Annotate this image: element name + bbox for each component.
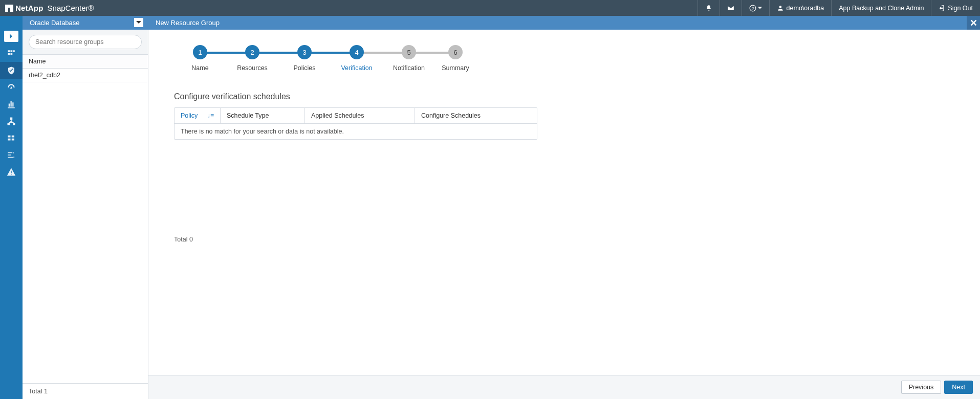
topology-icon bbox=[7, 117, 16, 126]
nav-resources[interactable] bbox=[0, 62, 23, 79]
schedule-empty-message: There is no match for your search or dat… bbox=[175, 123, 537, 139]
context-bar: Oracle Database New Resource Group ✕ bbox=[0, 16, 980, 30]
messages-button[interactable] bbox=[720, 0, 742, 16]
step-verification[interactable]: 4 Verification bbox=[331, 45, 383, 72]
warning-icon bbox=[7, 167, 16, 176]
verification-schedule-table: Policy ↓≡ Schedule Type Applied Schedule… bbox=[174, 107, 537, 140]
next-button[interactable]: Next bbox=[944, 381, 973, 394]
shield-check-icon bbox=[7, 66, 16, 75]
resource-column-header[interactable]: Name bbox=[23, 54, 148, 69]
netapp-logo-icon bbox=[5, 5, 13, 12]
close-wizard-button[interactable]: ✕ bbox=[967, 16, 980, 30]
mail-icon bbox=[727, 5, 734, 12]
step-resources[interactable]: 2 Resources bbox=[226, 45, 278, 72]
nav-reports[interactable] bbox=[0, 96, 23, 113]
user-icon bbox=[777, 5, 784, 12]
nav-hosts[interactable] bbox=[0, 113, 23, 129]
wizard-title: New Resource Group bbox=[148, 16, 967, 30]
col-applied-schedules[interactable]: Applied Schedules bbox=[305, 108, 415, 123]
step-name[interactable]: 1 Name bbox=[174, 45, 226, 72]
resource-total: Total 1 bbox=[23, 383, 148, 399]
verification-section-title: Configure verification schedules bbox=[174, 92, 954, 101]
context-db-selector: Oracle Database bbox=[23, 16, 148, 30]
resource-panel: Name rhel2_cdb2 Total 1 bbox=[23, 30, 148, 399]
resource-row[interactable]: rhel2_cdb2 bbox=[23, 69, 148, 82]
schedule-total: Total 0 bbox=[174, 236, 954, 243]
resource-search-wrap bbox=[23, 30, 148, 54]
brand: NetApp SnapCenter® bbox=[5, 4, 94, 12]
side-nav-rail bbox=[0, 30, 23, 399]
step-notification[interactable]: 5 Notification bbox=[383, 45, 435, 72]
chevron-right-icon bbox=[9, 34, 14, 39]
help-button[interactable]: ? bbox=[742, 0, 769, 16]
grid-icon bbox=[7, 49, 16, 58]
sort-asc-icon[interactable]: ↓≡ bbox=[207, 112, 214, 119]
topbar: NetApp SnapCenter® ? demo\oradba App Bac… bbox=[0, 0, 980, 16]
brand-product: SnapCenter® bbox=[48, 4, 94, 12]
wizard-footer: Previous Next bbox=[148, 375, 980, 399]
resource-search-input[interactable] bbox=[29, 35, 142, 49]
svg-text:?: ? bbox=[751, 6, 753, 10]
notifications-button[interactable] bbox=[698, 0, 720, 16]
nav-storage[interactable] bbox=[0, 129, 23, 146]
step-policies[interactable]: 3 Policies bbox=[278, 45, 331, 72]
nav-settings[interactable] bbox=[0, 146, 23, 163]
db-type-dropdown[interactable] bbox=[134, 18, 143, 27]
close-icon: ✕ bbox=[970, 17, 977, 29]
bell-icon bbox=[705, 5, 712, 12]
role-label[interactable]: App Backup and Clone Admin bbox=[831, 0, 931, 16]
col-configure-schedules[interactable]: Configure Schedules bbox=[415, 108, 537, 123]
schedule-table-header: Policy ↓≡ Schedule Type Applied Schedule… bbox=[175, 108, 537, 123]
gauge-icon bbox=[7, 83, 16, 92]
sliders-icon bbox=[7, 150, 16, 160]
chevron-down-icon bbox=[758, 6, 762, 10]
wizard-main: 1 Name 2 Resources 3 Policies 4 bbox=[148, 30, 980, 399]
topbar-actions: ? demo\oradba App Backup and Clone Admin… bbox=[698, 0, 980, 16]
nav-alerts[interactable] bbox=[0, 163, 23, 180]
previous-button[interactable]: Previous bbox=[901, 381, 942, 394]
chevron-down-icon bbox=[136, 20, 141, 25]
signout-button[interactable]: Sign Out bbox=[931, 0, 980, 16]
brand-company: NetApp bbox=[15, 4, 43, 12]
nav-monitor[interactable] bbox=[0, 79, 23, 96]
user-label: demo\oradba bbox=[787, 5, 824, 12]
nav-expand-button[interactable] bbox=[4, 31, 18, 42]
context-db-label: Oracle Database bbox=[30, 19, 80, 27]
col-policy[interactable]: Policy ↓≡ bbox=[175, 108, 221, 123]
blocks-icon bbox=[7, 134, 16, 143]
help-icon: ? bbox=[749, 5, 756, 12]
chart-icon bbox=[7, 100, 16, 109]
nav-dashboard[interactable] bbox=[0, 45, 23, 62]
wizard-stepper: 1 Name 2 Resources 3 Policies 4 bbox=[174, 45, 954, 72]
user-menu[interactable]: demo\oradba bbox=[769, 0, 832, 16]
step-summary[interactable]: 6 Summary bbox=[435, 45, 476, 72]
signout-icon bbox=[939, 5, 946, 12]
col-schedule-type[interactable]: Schedule Type bbox=[221, 108, 305, 123]
